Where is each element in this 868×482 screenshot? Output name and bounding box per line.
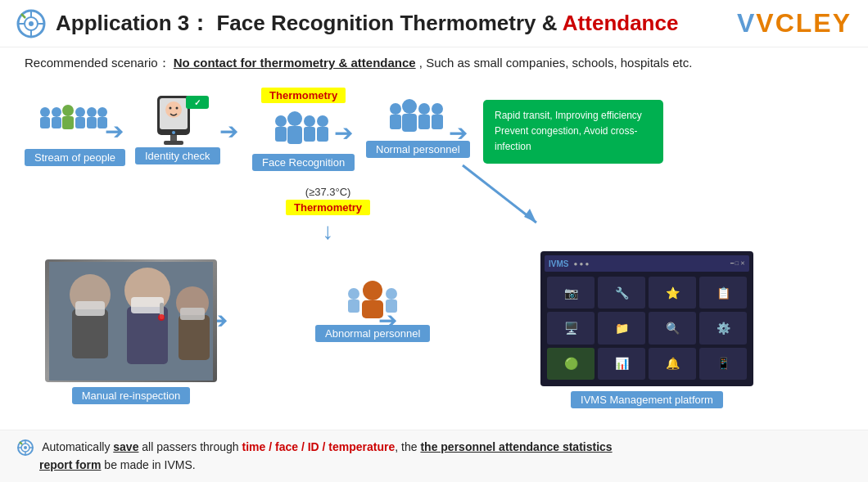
svg-point-47 [348, 288, 359, 300]
svg-rect-10 [52, 117, 61, 128]
svg-point-15 [87, 107, 97, 117]
svg-rect-34 [304, 127, 315, 142]
arrow-right-icon-4: ➔ [449, 122, 468, 145]
svg-rect-56 [75, 301, 105, 316]
abnormal-label: Abnormal personnel [315, 325, 430, 342]
green-result-box: Rapid transit, Improving efficiency Prev… [483, 100, 663, 164]
app-title: Application 3： Face Recognition Thermome… [56, 9, 678, 38]
bottom-prefix: Automatically [42, 440, 113, 453]
save-text: save [113, 440, 138, 453]
title-text: Face Recognition Thermometry & [216, 11, 562, 35]
svg-rect-30 [275, 127, 287, 142]
svg-point-39 [402, 99, 417, 114]
svg-rect-36 [317, 127, 328, 142]
manual-inspection: Manual re-inspection [45, 259, 217, 404]
identity-check: ✓ Identity check [135, 92, 220, 164]
photo-placeholder [45, 259, 217, 382]
svg-point-31 [287, 111, 302, 126]
green-box-line2: Prevent congestion, Avoid cross-infectio… [495, 124, 652, 155]
arrow-3: ➔ [334, 122, 353, 145]
ivms-platform: IVMS ● ● ● ━ □ ✕ 📷 🔧 ⭐ 📋 🖥️ 📁 🔍 ⚙️ 🟢 📊 🔔… [540, 251, 753, 408]
temperature-text: temperature [328, 440, 395, 453]
svg-rect-44 [432, 115, 443, 129]
bottom-description: Automatically save all passers through t… [0, 430, 868, 482]
arrow-right-icon-3: ➔ [334, 122, 353, 145]
svg-rect-48 [348, 300, 359, 313]
face-recognition-label: Face Recognition [252, 154, 355, 171]
stream-label: Stream of people [25, 149, 125, 166]
svg-rect-42 [418, 115, 430, 129]
normal-people-icon [383, 96, 453, 141]
face-recog-people-icon [269, 106, 338, 154]
svg-rect-61 [179, 315, 210, 360]
svg-rect-40 [402, 114, 417, 132]
report-text: report form [39, 458, 101, 471]
down-arrow-area: (≥37.3°C) Thermometry ↓ [286, 186, 370, 245]
svg-rect-55 [72, 309, 108, 358]
svg-rect-20 [164, 141, 183, 145]
svg-rect-14 [75, 117, 85, 128]
stats-text: the personnel attendance statistics [420, 440, 612, 453]
ivms-icon-7: 🔍 [649, 312, 696, 344]
app-label: Application 3： [56, 11, 210, 35]
identity-device-icon: ✓ [141, 92, 215, 147]
diagonal-arrow-icon [446, 161, 553, 235]
svg-point-11 [62, 105, 74, 116]
scenario-underline: No contact for thermometry & attendance [174, 56, 416, 70]
svg-point-2 [29, 21, 34, 26]
svg-point-24 [169, 107, 171, 110]
diagonal-arrow [446, 161, 553, 238]
svg-point-41 [418, 103, 430, 115]
down-arrow-icon: ↓ [323, 218, 334, 245]
highlight-text: Attendance [563, 11, 679, 35]
svg-rect-12 [62, 116, 74, 129]
svg-point-43 [432, 103, 443, 115]
scenario-label: Recommended scenario： [25, 56, 170, 70]
page-header: Application 3： Face Recognition Thermome… [0, 0, 868, 47]
ivms-icon-6: 📁 [598, 312, 645, 344]
arrow-right-icon-2: ➔ [219, 120, 238, 143]
ivms-screen: IVMS ● ● ● ━ □ ✕ 📷 🔧 ⭐ 📋 🖥️ 📁 🔍 ⚙️ 🟢 📊 🔔… [540, 251, 753, 386]
scenario-rest: , Such as small companies, schools, hosp… [419, 56, 693, 70]
svg-text:✓: ✓ [194, 98, 201, 107]
svg-point-25 [175, 107, 178, 110]
app-icon [16, 9, 46, 38]
svg-point-35 [317, 115, 328, 127]
bottom-comma: , the [395, 440, 420, 453]
ivms-label: IVMS Management platform [571, 391, 723, 408]
arrow-1: ➔ [105, 120, 124, 143]
svg-rect-8 [40, 117, 50, 128]
svg-point-64 [158, 314, 165, 321]
green-box-line1: Rapid transit, Improving efficiency [495, 108, 652, 124]
bottom-target-icon [16, 439, 34, 457]
svg-line-72 [20, 442, 22, 444]
svg-point-7 [40, 107, 50, 117]
scenario-bar: Recommended scenario： No contact for the… [0, 47, 868, 79]
manual-label: Manual re-inspection [72, 387, 191, 404]
arrow-4: ➔ [449, 122, 468, 145]
svg-line-51 [463, 165, 536, 223]
svg-marker-52 [524, 209, 536, 223]
diagram-area: Stream of people ➔ ✓ Identity check [0, 79, 868, 431]
ivms-icon-9: 🟢 [547, 348, 594, 380]
company-logo: VVCLEY [737, 8, 852, 38]
identity-label: Identity check [135, 147, 220, 164]
svg-rect-38 [390, 115, 401, 129]
svg-point-17 [97, 107, 107, 117]
svg-rect-62 [180, 308, 205, 320]
abnormal-personnel: Abnormal personnel [315, 276, 430, 342]
ivms-header-bar: IVMS ● ● ● ━ □ ✕ [545, 255, 749, 272]
ivms-icon-1: 📷 [547, 277, 594, 309]
thermometry-badge-2: Thermometry [286, 200, 370, 215]
photo-svg [49, 262, 213, 381]
svg-point-26 [172, 131, 175, 134]
ivms-icon-2: 🔧 [598, 277, 645, 309]
arrow-right-icon-5: ➔ [378, 307, 397, 334]
ivms-icon-12: 📱 [699, 348, 747, 380]
temp-label: (≥37.3°C) [305, 186, 351, 198]
arrow-2: ➔ [219, 120, 238, 143]
ivms-icon-10: 📊 [598, 348, 645, 380]
svg-point-29 [275, 115, 287, 127]
bottom-suffix: be made in IVMS. [101, 458, 195, 471]
ivms-icon-5: 🖥️ [547, 312, 594, 344]
